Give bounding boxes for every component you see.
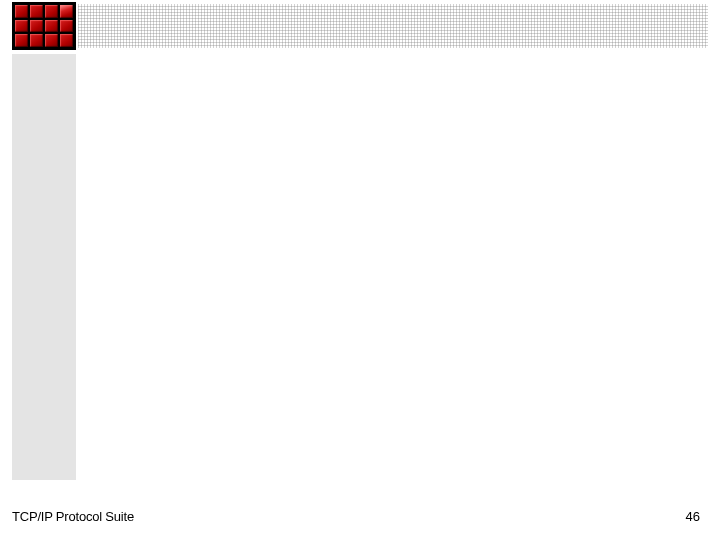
footer-title: TCP/IP Protocol Suite [12, 509, 134, 524]
left-sidebar [12, 54, 76, 480]
grid-logo-icon [12, 2, 76, 50]
page-number: 46 [686, 509, 700, 524]
header-pattern-band [78, 4, 708, 48]
